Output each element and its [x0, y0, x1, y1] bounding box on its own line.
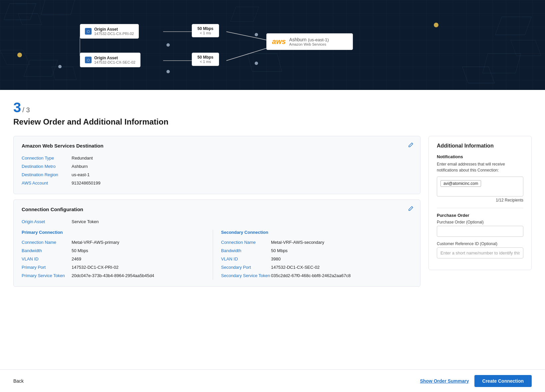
divider-1 — [437, 208, 523, 208]
secondary-label: Secondary Port — [221, 263, 271, 271]
hero-diagram: ⬡ Origin Asset 147532-DC1-CX-PRI-02 ⬡ Or… — [0, 0, 545, 90]
primary-conn-row: VLAN ID2469 — [22, 255, 213, 263]
content-row: Amazon Web Services Destination Connecti… — [13, 136, 532, 287]
gold-dot-1 — [17, 53, 22, 57]
ref-label: Customer Reference ID (Optional) — [437, 241, 523, 246]
aws-logo-icon: aws — [272, 37, 286, 46]
step-current: 3 — [13, 101, 21, 115]
primary-label: Primary Port — [22, 263, 72, 271]
primary-conn-title: Primary Connection — [22, 230, 213, 235]
aws-dest-label: Destination Metro — [22, 162, 72, 171]
gray-dot-5 — [255, 62, 258, 65]
aws-dest-label: Destination Region — [22, 171, 72, 179]
primary-label: Primary Service Token — [22, 271, 72, 280]
email-area[interactable]: avi@atomicinc.com — [437, 177, 523, 196]
page-title: Review Order and Additional Information — [13, 117, 532, 127]
gray-dot-4 — [255, 33, 258, 36]
secondary-value: 3980 — [271, 255, 412, 263]
primary-conn-row: Primary Service Token20dc047e-373b-43b4-… — [22, 271, 213, 280]
primary-value: 2469 — [72, 255, 213, 263]
primary-conn-row: Primary Port147532-DC1-CX-PRI-02 — [22, 263, 213, 271]
secondary-label: VLAN ID — [221, 255, 271, 263]
purchase-order-title: Purchase Order — [437, 213, 523, 218]
primary-label: VLAN ID — [22, 255, 72, 263]
secondary-label: Secondary Service Token — [221, 271, 271, 280]
primary-value: 50 Mbps — [72, 246, 213, 255]
connection-config-card: Connection Configuration Origin Asset Se… — [13, 199, 420, 287]
origin-asset-2: ⬡ Origin Asset 147532-DC1-CX-SEC-02 — [80, 53, 140, 67]
po-label: Purchase Order (Optional) — [437, 220, 523, 224]
primary-conn-row: Bandwidth50 Mbps — [22, 246, 213, 255]
main-content: 3 / 3 Review Order and Additional Inform… — [0, 90, 545, 320]
primary-value: Metal-VRF-AWS-primary — [72, 238, 213, 246]
connection-config-card-title: Connection Configuration — [22, 206, 412, 212]
origin-asset-1: ⬡ Origin Asset 147532-DC1-CX-PRI-02 — [80, 24, 139, 39]
secondary-value: 50 Mbps — [271, 246, 412, 255]
notifications-desc: Enter email addresses that will receive … — [437, 161, 523, 173]
secondary-label: Bandwidth — [221, 246, 271, 255]
secondary-value: 147532-DC1-CX-SEC-02 — [271, 263, 412, 271]
connection-config-edit-icon[interactable] — [408, 206, 413, 212]
right-column: Additional Information Notifications Ent… — [428, 136, 532, 270]
step-indicator: 3 / 3 — [13, 101, 532, 115]
primary-conn-row: Connection NameMetal-VRF-AWS-primary — [22, 238, 213, 246]
primary-label: Connection Name — [22, 238, 72, 246]
primary-value: 147532-DC1-CX-PRI-02 — [72, 263, 213, 271]
destination-node: aws Ashburn (us-east-1) Amazon Web Servi… — [266, 33, 353, 50]
origin-icon-2: ⬡ — [85, 57, 92, 63]
email-tag: avi@atomicinc.com — [440, 180, 481, 187]
gold-dot-2 — [434, 23, 438, 27]
additional-info-title: Additional Information — [437, 143, 523, 149]
primary-label: Bandwidth — [22, 246, 72, 255]
aws-dest-value: Redundant — [72, 154, 412, 162]
aws-dest-value: Ashburn — [72, 162, 412, 171]
aws-dest-row: Destination MetroAshburn — [22, 162, 412, 171]
aws-destination-edit-icon[interactable] — [408, 142, 413, 149]
secondary-conn-row: VLAN ID3980 — [221, 255, 412, 263]
secondary-conn-row: Connection NameMetal-VRF-AWS-secondary — [221, 238, 412, 246]
aws-dest-row: Connection TypeRedundant — [22, 154, 412, 162]
aws-destination-card-title: Amazon Web Services Destination — [22, 143, 412, 149]
step-total: / 3 — [22, 106, 30, 114]
secondary-conn-row: Secondary Service Token035c2dd2-67f0-468… — [221, 271, 412, 280]
gray-dot-2 — [166, 43, 170, 47]
aws-destination-card: Amazon Web Services Destination Connecti… — [13, 136, 420, 194]
primary-conn-table: Connection NameMetal-VRF-AWS-primaryBand… — [22, 238, 213, 280]
origin-asset-value: Service Token — [72, 217, 412, 226]
primary-value: 20dc047e-373b-43b4-8964-2954aa5b45d4 — [72, 271, 213, 280]
po-input[interactable] — [437, 226, 523, 237]
secondary-conn-title: Secondary Connection — [221, 230, 412, 235]
gray-dot-1 — [58, 65, 62, 68]
origin-icon-1: ⬡ — [85, 28, 92, 35]
aws-dest-value: us-east-1 — [72, 171, 412, 179]
secondary-conn-table: Connection NameMetal-VRF-AWS-secondaryBa… — [221, 238, 412, 280]
aws-dest-row: AWS Account913248650199 — [22, 179, 412, 187]
notifications-title: Notifications — [437, 154, 523, 159]
ref-input[interactable] — [437, 247, 523, 258]
origin-asset-label: Origin Asset — [22, 217, 72, 226]
origin-asset-row: Origin Asset Service Token — [22, 217, 412, 226]
aws-dest-label: Connection Type — [22, 154, 72, 162]
left-column: Amazon Web Services Destination Connecti… — [13, 136, 420, 287]
primary-connection-col: Primary Connection Connection NameMetal-… — [22, 230, 213, 280]
secondary-value: Metal-VRF-AWS-secondary — [271, 238, 412, 246]
aws-dest-label: AWS Account — [22, 179, 72, 187]
aws-destination-table: Connection TypeRedundantDestination Metr… — [22, 154, 412, 187]
secondary-conn-row: Bandwidth50 Mbps — [221, 246, 412, 255]
additional-info-card: Additional Information Notifications Ent… — [428, 136, 532, 270]
recipients-count: 1/12 Recipients — [437, 198, 523, 202]
gray-dot-3 — [166, 70, 170, 73]
aws-dest-value: 913248650199 — [72, 179, 412, 187]
aws-dest-row: Destination Regionus-east-1 — [22, 171, 412, 179]
secondary-connection-col: Secondary Connection Connection NameMeta… — [213, 230, 412, 280]
bw-node-1: 50 Mbps < 1 ms — [192, 24, 219, 37]
secondary-label: Connection Name — [221, 238, 271, 246]
connection-columns: Primary Connection Connection NameMetal-… — [22, 230, 412, 280]
secondary-conn-row: Secondary Port147532-DC1-CX-SEC-02 — [221, 263, 412, 271]
bw-node-2: 50 Mbps < 1 ms — [192, 53, 219, 66]
secondary-value: 035c2dd2-67f0-468c-bbf8-2462a2aa67c8 — [271, 271, 412, 280]
